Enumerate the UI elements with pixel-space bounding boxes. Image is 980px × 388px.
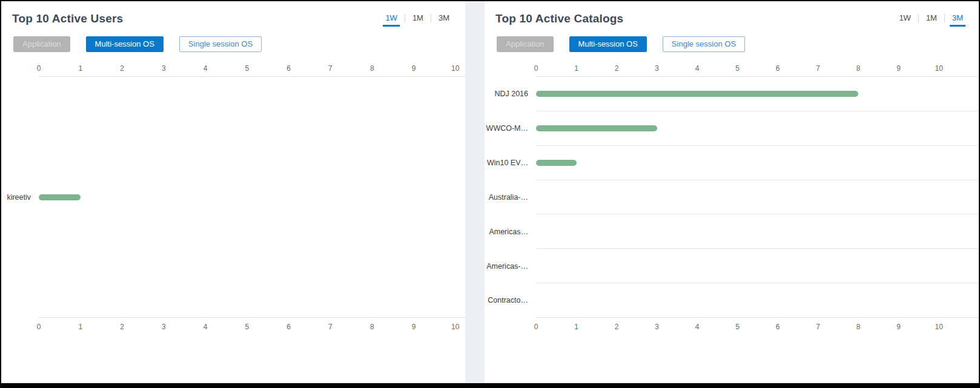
plot-area: kireetiv [1, 77, 465, 318]
x-axis-tick: 8 [856, 64, 861, 73]
x-axis-tick: 7 [816, 64, 820, 73]
x-axis-bottom: 012345678910 [485, 318, 979, 330]
session-type-filters: Application Multi-session OS Single sess… [1, 27, 465, 52]
x-axis-tick: 9 [896, 323, 901, 331]
bar-track [536, 214, 979, 249]
time-range-tabs: 1W 1M 3M [384, 13, 451, 27]
single-session-os-filter-button[interactable]: Single session OS [179, 36, 262, 52]
x-axis-tick: 2 [120, 323, 124, 331]
multi-session-os-filter-button[interactable]: Multi-session OS [86, 36, 164, 52]
chart-row: Win10 EV… [485, 146, 979, 180]
x-axis-tick: 5 [735, 323, 740, 331]
x-axis-tick: 10 [935, 323, 943, 331]
x-axis-tick: 4 [695, 323, 700, 331]
x-axis-tick: 6 [776, 323, 780, 331]
x-axis-tick: 0 [534, 323, 538, 331]
active-users-panel: Top 10 Active Users 1W 1M 3M Application… [1, 1, 465, 383]
x-axis-tick: 10 [935, 64, 943, 73]
bar-track [39, 77, 465, 318]
tab-3m[interactable]: 3M [437, 13, 451, 27]
tab-1w[interactable]: 1W [898, 13, 912, 27]
application-filter-button[interactable]: Application [497, 36, 554, 52]
x-axis-tick: 10 [451, 64, 459, 73]
bar-track [536, 146, 979, 180]
x-axis-tick: 3 [655, 323, 659, 331]
x-axis-tick: 5 [245, 64, 250, 73]
panel-header: Top 10 Active Catalogs 1W 1M 3M [485, 1, 979, 27]
x-axis-tick: 7 [816, 323, 820, 331]
bar[interactable] [536, 125, 657, 131]
x-axis-tick: 8 [370, 64, 374, 73]
application-filter-button[interactable]: Application [13, 36, 70, 52]
x-axis-tick: 8 [856, 323, 861, 331]
x-axis-tick: 2 [615, 64, 619, 73]
x-axis-tick: 6 [776, 64, 780, 73]
panel-title: Top 10 Active Users [12, 12, 123, 25]
x-axis-tick: 10 [451, 323, 459, 331]
tab-separator [918, 14, 919, 22]
bar-track [536, 249, 979, 283]
tab-separator [405, 14, 405, 22]
x-axis-tick: 5 [245, 323, 250, 331]
chart-row: kireetiv [1, 77, 465, 318]
x-axis-tick: 3 [162, 323, 166, 331]
panel-header: Top 10 Active Users 1W 1M 3M [1, 1, 465, 27]
x-axis-tick: 2 [120, 64, 124, 73]
bar-track [536, 180, 979, 215]
category-label: NDJ 2016 [485, 90, 536, 98]
chart-row: NDJ 2016 [485, 77, 979, 111]
x-axis-tick: 8 [370, 323, 374, 331]
chart-row: WWCO-M… [485, 111, 979, 146]
x-axis-tick: 1 [78, 64, 82, 73]
x-axis-bottom: 012345678910 [1, 318, 465, 330]
bar[interactable] [536, 160, 577, 166]
x-axis-tick: 1 [574, 323, 578, 331]
tab-1m[interactable]: 1M [925, 13, 938, 27]
session-type-filters: Application Multi-session OS Single sess… [485, 27, 979, 52]
tab-1m[interactable]: 1M [411, 13, 425, 27]
bar[interactable] [39, 194, 81, 200]
tab-separator [944, 14, 945, 22]
x-axis-tick: 9 [896, 64, 901, 73]
panel-title: Top 10 Active Catalogs [495, 12, 623, 25]
bar[interactable] [536, 91, 858, 97]
x-axis-tick: 6 [286, 64, 291, 73]
x-axis-tick: 9 [412, 323, 416, 331]
x-axis-top: 012345678910 [485, 64, 979, 77]
dashboard-frame: Top 10 Active Users 1W 1M 3M Application… [1, 1, 979, 383]
category-label: Contracto… [485, 296, 536, 304]
x-axis-tick: 1 [78, 323, 82, 331]
x-axis-tick: 7 [328, 323, 333, 331]
tab-separator [431, 14, 431, 22]
single-session-os-filter-button[interactable]: Single session OS [663, 36, 745, 52]
x-axis-tick: 4 [204, 64, 208, 73]
x-axis-tick: 7 [328, 64, 333, 73]
chart-row: Australia-… [485, 180, 979, 215]
x-axis-tick: 3 [655, 64, 659, 73]
tab-1w[interactable]: 1W [384, 13, 399, 27]
active-users-chart: 012345678910 kireetiv 012345678910 [1, 52, 465, 383]
chart-row: Contracto… [485, 283, 979, 318]
x-axis-tick: 0 [37, 64, 41, 73]
multi-session-os-filter-button[interactable]: Multi-session OS [569, 36, 647, 52]
x-axis-tick: 5 [735, 64, 740, 73]
time-range-tabs: 1W 1M 3M [898, 13, 964, 27]
x-axis-top: 012345678910 [1, 64, 465, 77]
active-catalogs-panel: Top 10 Active Catalogs 1W 1M 3M Applicat… [485, 1, 979, 383]
plot-area: NDJ 2016WWCO-M…Win10 EV…Australia-…Ameri… [485, 77, 979, 318]
category-label: Australia-… [485, 193, 536, 202]
bar-track [536, 111, 979, 146]
bar-track [536, 283, 979, 318]
category-label: Win10 EV… [485, 159, 536, 167]
category-label: WWCO-M… [485, 124, 536, 133]
tab-3m[interactable]: 3M [951, 13, 964, 27]
x-axis-tick: 0 [534, 64, 538, 73]
x-axis-tick: 3 [162, 64, 166, 73]
x-axis-tick: 6 [286, 323, 291, 331]
x-axis-tick: 1 [574, 64, 578, 73]
chart-row: Americas… [485, 214, 979, 249]
chart-row: Americas-… [485, 249, 979, 283]
active-catalogs-chart: 012345678910 NDJ 2016WWCO-M…Win10 EV…Aus… [485, 52, 979, 383]
x-axis-tick: 2 [615, 323, 619, 331]
x-axis-tick: 0 [37, 323, 41, 331]
